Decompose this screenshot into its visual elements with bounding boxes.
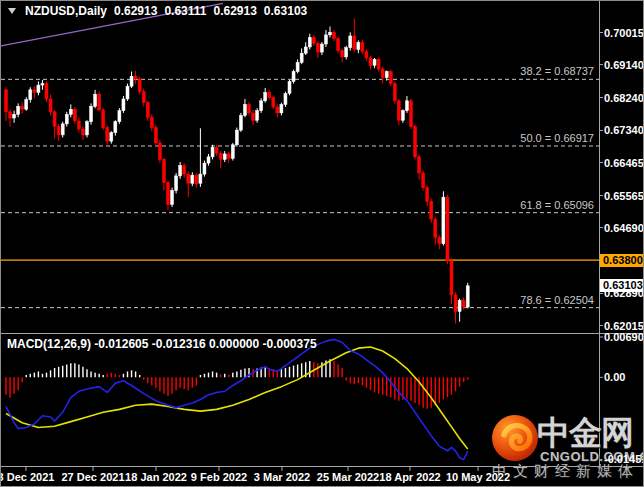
candle-body (179, 166, 182, 176)
candle-body (397, 101, 400, 120)
candle-body (300, 53, 303, 62)
candle-body (260, 101, 263, 111)
candle-body (138, 79, 141, 92)
candle-body (199, 174, 202, 183)
candle-body (268, 92, 271, 97)
candle-body (329, 32, 332, 35)
candle-body (106, 128, 109, 142)
candle-body (458, 300, 461, 311)
candle-body (288, 81, 291, 93)
candle-body (333, 32, 336, 38)
candle-body (211, 147, 214, 157)
candle-body (122, 99, 125, 111)
candle-body (365, 51, 368, 58)
candle-body (434, 219, 437, 237)
candle-body (37, 85, 40, 92)
candle-body (29, 90, 32, 100)
candle-body (33, 90, 36, 93)
candle-body (49, 99, 52, 112)
candle-body (373, 59, 376, 65)
candle-body (25, 100, 28, 110)
candle-body (110, 133, 113, 141)
candle-body (256, 111, 259, 121)
candle-body (389, 72, 392, 84)
candle-body (353, 36, 356, 50)
candle-body (341, 51, 344, 57)
candle-body (312, 37, 315, 43)
candle-body (9, 112, 12, 118)
chart-window: 38.2 = 0.6873750.0 = 0.6691761.8 = 0.650… (0, 0, 644, 487)
candle-body (90, 106, 93, 121)
candle-body (223, 154, 226, 159)
candle-body (377, 59, 380, 69)
candle-body (94, 94, 97, 106)
candle-body (162, 159, 165, 182)
candle-body (248, 104, 251, 112)
candle-body (284, 93, 287, 104)
candle-body (98, 94, 101, 110)
candle-body (422, 173, 425, 188)
candle-body (53, 112, 56, 127)
trendline[interactable] (1, 3, 223, 45)
candle-body (430, 202, 433, 220)
candle-body (308, 37, 311, 47)
candle-body (154, 128, 157, 143)
candle-body (5, 90, 8, 112)
candle-body (418, 157, 421, 173)
candle-body (207, 157, 210, 163)
candle-body (191, 175, 194, 183)
candle-body (316, 43, 319, 52)
candle-body (349, 36, 352, 48)
candle-body (77, 121, 80, 129)
candle-body (243, 104, 246, 115)
candle-body (361, 42, 364, 51)
candle-body (118, 111, 121, 122)
candle-body (410, 101, 413, 127)
candle-body (276, 107, 279, 113)
price-chart[interactable] (1, 1, 644, 487)
candle-body (167, 183, 170, 205)
candle-body (73, 109, 76, 121)
candle-body (385, 72, 388, 78)
candle-body (134, 76, 137, 79)
candle-body (357, 42, 360, 49)
candle-body (345, 48, 348, 57)
candle-body (438, 237, 441, 243)
candle-body (86, 122, 89, 135)
candle-body (183, 166, 186, 174)
candle-body (158, 143, 161, 159)
candle-body (426, 188, 429, 202)
candle-body (195, 175, 198, 184)
candle-body (401, 111, 404, 121)
candle-body (69, 109, 72, 114)
candle-body (114, 122, 117, 133)
candle-body (227, 154, 230, 158)
candle-body (292, 72, 295, 82)
candle-body (203, 163, 206, 174)
candle-body (324, 35, 327, 44)
candle-body (13, 114, 16, 118)
chart-dropdown-icon[interactable] (8, 8, 16, 14)
candle-body (21, 106, 24, 109)
candle-body (130, 76, 133, 86)
candle-body (231, 145, 234, 159)
candle-body (280, 104, 283, 112)
candle-body (252, 113, 255, 120)
candle-body (215, 147, 218, 153)
candle-body (219, 153, 222, 159)
candle-body (442, 197, 445, 244)
candle-body (454, 295, 457, 311)
candle-body (126, 86, 129, 99)
candle-body (57, 126, 60, 134)
candle-body (239, 115, 242, 130)
candle-body (150, 117, 153, 127)
candle-body (304, 47, 307, 53)
candle-body (61, 124, 64, 135)
candle-body (17, 106, 20, 114)
candle-body (272, 98, 275, 108)
candle-body (264, 92, 267, 100)
candle-body (446, 197, 449, 261)
candle-body (45, 84, 48, 99)
candle-body (296, 62, 299, 71)
candle-body (41, 84, 44, 85)
